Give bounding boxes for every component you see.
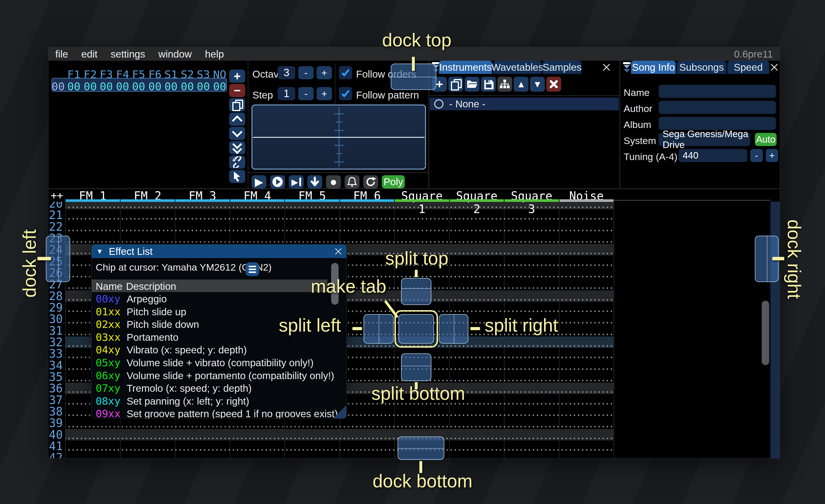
instrument-folder-view-button[interactable] (497, 77, 512, 92)
orders-cell[interactable]: 00 (179, 80, 195, 93)
order-move-up-button[interactable] (229, 112, 245, 126)
split-target-top[interactable] (401, 278, 431, 305)
pattern-row[interactable] (65, 429, 614, 440)
stop-button[interactable]: ● (326, 175, 341, 188)
step-minus-button[interactable]: - (298, 87, 314, 100)
order-edit-mode-button[interactable] (229, 170, 245, 183)
octave-value[interactable]: 3 (278, 66, 295, 79)
instrument-open-button[interactable] (465, 77, 479, 92)
tuning-minus-button[interactable]: - (750, 149, 763, 162)
orders-cell[interactable]: 00 (98, 80, 114, 93)
system-auto-button[interactable]: Auto (755, 133, 776, 146)
metronome-button[interactable] (345, 175, 360, 188)
effect-code[interactable]: 08xy (96, 395, 121, 407)
song-info-window-menu-icon[interactable] (622, 62, 631, 72)
pattern-channel-header[interactable]: FM 2 (120, 189, 175, 201)
pattern-channel-header[interactable]: Square 1 (394, 189, 449, 201)
orders-cell[interactable]: 00 (82, 80, 98, 93)
pattern-row[interactable] (65, 417, 614, 429)
song-info-tab-subsongs[interactable]: Subsongs (677, 61, 726, 74)
orders-cell[interactable]: 00 (131, 80, 147, 93)
album-field[interactable] (659, 117, 776, 130)
tuning-plus-button[interactable]: + (766, 149, 778, 162)
menu-item-help[interactable]: help (205, 49, 224, 60)
effect-list-menu-button[interactable] (245, 262, 259, 276)
effect-list-close-button[interactable] (334, 247, 342, 255)
instruments-tab-instruments[interactable]: Instruments (439, 61, 492, 74)
pattern-channel-header[interactable]: FM 1 (65, 189, 120, 201)
effect-list-titlebar[interactable]: ▼ Effect List (92, 245, 346, 258)
orders-cell[interactable]: 00 (195, 80, 211, 93)
poly-button[interactable]: Poly (382, 175, 405, 188)
effect-code[interactable]: 01xx (96, 306, 121, 318)
song-info-tab-speed[interactable]: Speed (727, 61, 769, 74)
pattern-row[interactable] (65, 221, 614, 233)
menu-item-edit[interactable]: edit (81, 49, 97, 60)
panel-separator[interactable] (620, 61, 620, 189)
dock-target-bottom[interactable] (398, 436, 444, 460)
octave-minus-button[interactable]: - (298, 66, 314, 79)
effect-code[interactable]: 04xy (96, 344, 121, 356)
instruments-tab-samples[interactable]: Samples (542, 61, 582, 74)
pattern-channel-header[interactable]: Square 3 (504, 189, 559, 201)
pattern-row[interactable] (65, 440, 614, 452)
effect-code[interactable]: 05xy (96, 357, 121, 368)
effect-code[interactable]: 09xx (96, 408, 121, 419)
step-plus-button[interactable]: + (316, 87, 332, 100)
orders-cell[interactable]: 00 (66, 80, 82, 93)
play-from-start-button[interactable] (270, 175, 285, 188)
oscilloscope[interactable] (251, 104, 426, 170)
effect-code[interactable]: 02xx (96, 319, 121, 330)
menu-item-file[interactable]: file (55, 49, 68, 60)
orders-cell[interactable]: 00 (212, 80, 228, 93)
song-info-close-button[interactable] (769, 62, 779, 72)
order-duplicate-end-button[interactable] (229, 141, 245, 154)
pattern-row[interactable] (65, 233, 614, 244)
menu-item-window[interactable]: window (158, 49, 192, 60)
pattern-row[interactable] (65, 452, 614, 458)
octave-plus-button[interactable]: + (316, 66, 332, 79)
orders-cell[interactable]: 00 (115, 80, 131, 93)
effect-code[interactable]: 06xy (96, 370, 121, 382)
order-add-button[interactable]: + (229, 70, 245, 83)
follow-pattern-checkbox[interactable] (339, 87, 352, 100)
effect-code[interactable]: 03xx (96, 331, 121, 343)
system-select[interactable]: Sega Genesis/Mega Drive (659, 133, 750, 146)
split-target-bottom[interactable] (401, 353, 431, 381)
order-duplicate-button[interactable] (229, 98, 245, 111)
follow-orders-checkbox[interactable] (339, 66, 352, 79)
split-target-left[interactable] (364, 314, 394, 344)
collapse-triangle-icon[interactable]: ▼ (96, 247, 103, 255)
play-to-cursor-button[interactable]: ▶ (289, 175, 304, 188)
name-field[interactable] (659, 85, 776, 98)
tuning-field[interactable]: 440 (679, 149, 747, 162)
orders-cell[interactable]: 00 (147, 80, 163, 93)
instrument-move-down-button[interactable]: ▼ (530, 77, 545, 92)
effect-code[interactable]: 07xy (96, 382, 121, 394)
song-info-tab-song-info[interactable]: Song Info (631, 61, 676, 74)
menu-item-settings[interactable]: settings (110, 49, 145, 60)
order-remove-button[interactable]: − (229, 84, 245, 97)
step-row-button[interactable] (307, 175, 322, 188)
split-target-right[interactable] (439, 314, 468, 344)
pattern-scrollbar[interactable] (762, 301, 769, 365)
pattern-corner-button[interactable]: ++ (51, 189, 63, 201)
pattern-channel-header[interactable]: FM 5 (285, 189, 340, 201)
effect-code[interactable]: 00xy (96, 293, 121, 305)
instrument-delete-button[interactable] (546, 77, 561, 92)
instruments-tab-wavetables[interactable]: Wavetables (493, 61, 541, 74)
pattern-channel-header[interactable]: Square 2 (449, 189, 505, 201)
pattern-channel-header[interactable]: FM 6 (340, 189, 395, 201)
instrument-list-item[interactable]: - None - (430, 98, 619, 110)
effect-table-header[interactable]: Name Description (92, 279, 327, 292)
instrument-save-button[interactable] (481, 77, 496, 92)
order-move-down-button[interactable] (229, 127, 245, 140)
order-deep-clone-button[interactable] (229, 156, 245, 169)
author-field[interactable] (659, 101, 776, 114)
resize-grip-icon[interactable] (333, 405, 346, 418)
instruments-close-button[interactable] (601, 62, 612, 72)
instrument-move-up-button[interactable]: ▲ (514, 77, 528, 92)
play-button[interactable]: ▶ (251, 175, 267, 188)
pattern-channel-header[interactable]: Noise (559, 189, 614, 201)
repeat-pattern-button[interactable] (363, 175, 378, 188)
